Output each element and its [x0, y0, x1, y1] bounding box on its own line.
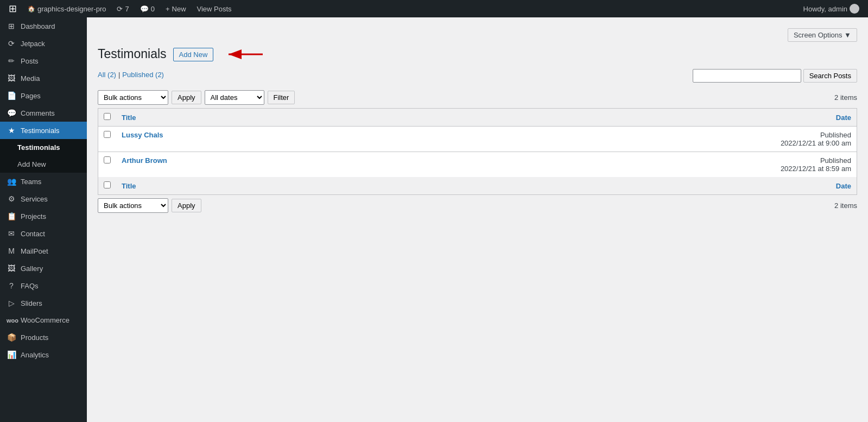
sidebar-subitem-add-new[interactable]: Add New — [0, 156, 87, 173]
search-posts-button[interactable]: Search Posts — [803, 69, 857, 83]
sidebar-item-sliders[interactable]: ▷ Sliders — [0, 294, 87, 312]
howdy-item[interactable]: Howdy, admin — [799, 0, 864, 17]
title-sort-link-footer[interactable]: Title — [122, 182, 136, 190]
items-count-top: 2 items — [834, 93, 857, 102]
date-sort-link[interactable]: Date — [836, 114, 851, 122]
comments-icon: 💬 — [140, 5, 149, 13]
sidebar-item-label: Products — [21, 333, 48, 342]
sidebar: ⊞ Dashboard ⟳ Jetpack ✏ Posts 🖼 Media 📄 … — [0, 17, 87, 422]
sidebar-item-pages[interactable]: 📄 Pages — [0, 87, 87, 104]
testimonials-icon: ★ — [7, 126, 16, 135]
row-title-link[interactable]: Lussy Chals — [122, 131, 163, 139]
row-checkbox-0[interactable] — [104, 131, 111, 138]
site-name-item[interactable]: 🏠 graphics-designer-pro — [23, 0, 110, 17]
screen-options-button[interactable]: Screen Options ▼ — [788, 28, 857, 42]
col-header-checkbox — [98, 109, 117, 127]
row-date: 2022/12/21 at 8:59 am — [781, 165, 851, 173]
comments-item[interactable]: 💬 0 — [136, 0, 159, 17]
woocommerce-icon: woo — [7, 317, 16, 324]
table-row: Arthur Brown Published 2022/12/21 at 8:5… — [98, 152, 857, 178]
site-icon: 🏠 — [28, 5, 35, 12]
col-footer-date: Date — [419, 177, 857, 195]
sidebar-item-projects[interactable]: 📋 Projects — [0, 207, 87, 225]
comments-count: 0 — [151, 5, 155, 13]
row-title-cell: Arthur Brown — [116, 152, 419, 178]
sidebar-item-gallery[interactable]: 🖼 Gallery — [0, 260, 87, 277]
pages-icon: 📄 — [7, 91, 16, 100]
jetpack-icon: ⟳ — [7, 39, 16, 48]
bulk-actions-select-bottom[interactable]: Bulk actions — [98, 198, 168, 213]
sidebar-item-mailpoet[interactable]: M MailPoet — [0, 242, 87, 260]
sidebar-item-label: Jetpack — [21, 40, 45, 48]
sidebar-item-analytics[interactable]: 📊 Analytics — [0, 346, 87, 363]
sidebar-item-services[interactable]: ⚙ Services — [0, 190, 87, 207]
view-posts-item[interactable]: View Posts — [193, 0, 236, 17]
analytics-icon: 📊 — [7, 350, 16, 359]
items-count-bottom: 2 items — [834, 201, 857, 210]
sidebar-item-label: Teams — [21, 178, 41, 186]
sidebar-item-faqs[interactable]: ? FAQs — [0, 277, 87, 294]
sidebar-item-testimonials[interactable]: ★ Testimonials — [0, 122, 87, 139]
table-row: Lussy Chals Published 2022/12/21 at 9:00… — [98, 127, 857, 152]
row-title-link[interactable]: Arthur Brown — [122, 156, 167, 165]
row-date-cell: Published 2022/12/21 at 9:00 am — [419, 127, 857, 152]
projects-icon: 📋 — [7, 212, 16, 221]
row-status: Published — [820, 156, 851, 165]
col-header-date: Date — [419, 109, 857, 127]
sidebar-item-label: Posts — [21, 57, 39, 65]
sidebar-item-label: Comments — [21, 109, 55, 117]
wp-logo-icon: ⊞ — [9, 3, 17, 15]
screen-options-bar: Screen Options ▼ — [98, 28, 857, 42]
title-sort-link[interactable]: Title — [122, 114, 136, 122]
updates-item[interactable]: ⟳ 7 — [112, 0, 133, 17]
arrow-annotation — [222, 46, 265, 62]
top-toolbar: Bulk actions Apply All dates Filter 2 it… — [98, 90, 857, 105]
subsubsub-nav: All (2) | Published (2) — [98, 71, 164, 79]
col-footer-title: Title — [116, 177, 419, 195]
sidebar-item-teams[interactable]: 👥 Teams — [0, 173, 87, 190]
bottom-toolbar: Bulk actions Apply 2 items — [98, 198, 857, 213]
sidebar-item-dashboard[interactable]: ⊞ Dashboard — [0, 17, 87, 35]
select-all-checkbox-top[interactable] — [104, 113, 111, 120]
select-all-checkbox-bottom[interactable] — [104, 181, 111, 188]
all-filter-link[interactable]: All (2) — [98, 71, 116, 79]
all-count: (2) — [107, 71, 116, 79]
sidebar-item-jetpack[interactable]: ⟳ Jetpack — [0, 35, 87, 52]
apply-button-bottom[interactable]: Apply — [172, 199, 201, 212]
apply-button-top[interactable]: Apply — [172, 91, 201, 104]
page-header: Testimonials Add New — [98, 46, 857, 62]
bulk-actions-select-top[interactable]: Bulk actions — [98, 90, 168, 105]
sidebar-item-label: FAQs — [21, 282, 39, 290]
wp-logo-item[interactable]: ⊞ — [4, 0, 21, 17]
row-checkbox-1[interactable] — [104, 156, 111, 163]
main-content: Screen Options ▼ Testimonials Add New — [87, 17, 868, 422]
sidebar-item-label: Media — [21, 74, 40, 83]
sidebar-item-products[interactable]: 📦 Products — [0, 329, 87, 346]
arrow-icon — [222, 46, 265, 62]
comments-sidebar-icon: 💬 — [7, 109, 16, 117]
sidebar-subitem-testimonials[interactable]: Testimonials — [0, 139, 87, 156]
updates-icon: ⟳ — [117, 5, 123, 13]
mailpoet-icon: M — [7, 247, 16, 255]
sidebar-subitem-label: Testimonials — [17, 143, 60, 152]
sidebar-item-woocommerce[interactable]: woo WooCommerce — [0, 312, 87, 329]
add-new-button[interactable]: Add New — [173, 48, 214, 61]
sidebar-item-comments[interactable]: 💬 Comments — [0, 104, 87, 122]
search-input[interactable] — [693, 69, 801, 83]
sidebar-item-label: Testimonials — [21, 127, 60, 135]
services-icon: ⚙ — [7, 194, 16, 203]
media-icon: 🖼 — [7, 74, 16, 83]
sidebar-item-contact[interactable]: ✉ Contact — [0, 225, 87, 242]
published-filter-link[interactable]: Published (2) — [122, 71, 164, 79]
published-count: (2) — [155, 71, 164, 79]
sidebar-item-media[interactable]: 🖼 Media — [0, 70, 87, 87]
sidebar-item-posts[interactable]: ✏ Posts — [0, 52, 87, 70]
sidebar-item-label: Sliders — [21, 299, 42, 307]
filter-button[interactable]: Filter — [268, 91, 295, 104]
new-item[interactable]: + New — [161, 0, 191, 17]
dashboard-icon: ⊞ — [7, 22, 16, 30]
date-sort-link-footer[interactable]: Date — [836, 182, 851, 190]
all-dates-select[interactable]: All dates — [205, 90, 264, 105]
row-title-cell: Lussy Chals — [116, 127, 419, 152]
row-status: Published — [820, 131, 851, 139]
